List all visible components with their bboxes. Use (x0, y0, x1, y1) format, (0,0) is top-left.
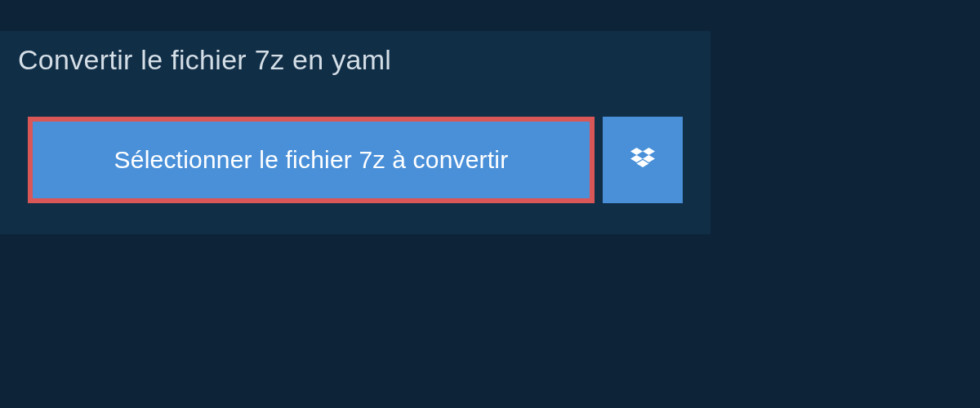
button-row: Sélectionner le fichier 7z à convertir (0, 89, 710, 234)
select-file-button[interactable]: Sélectionner le fichier 7z à convertir (28, 117, 595, 203)
page-title: Convertir le fichier 7z en yaml (18, 44, 391, 75)
converter-panel: Convertir le fichier 7z en yaml Sélectio… (0, 31, 710, 234)
select-file-label: Sélectionner le fichier 7z à convertir (114, 146, 509, 174)
dropbox-icon (628, 145, 657, 175)
dropbox-button[interactable] (603, 117, 683, 203)
tab-header: Convertir le fichier 7z en yaml (0, 31, 412, 89)
